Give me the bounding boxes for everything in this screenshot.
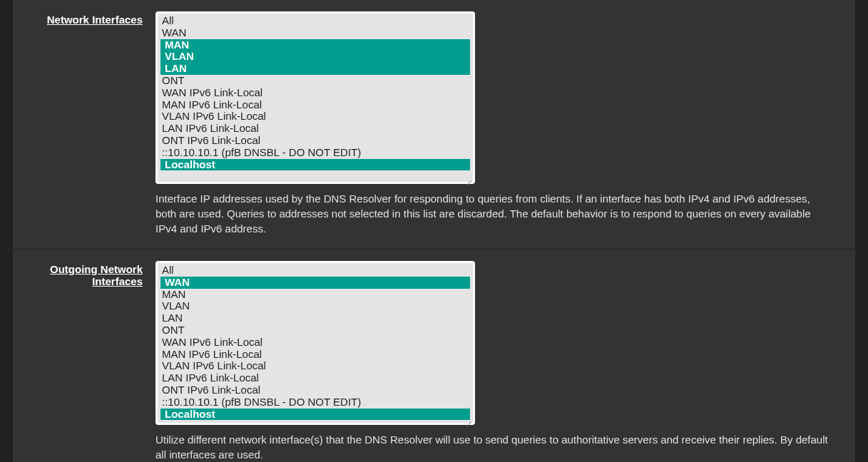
outgoing-interfaces-option[interactable]: WAN IPv6 Link-Local <box>158 337 473 349</box>
outgoing-interfaces-option[interactable]: MAN IPv6 Link-Local <box>158 349 473 361</box>
outgoing-interfaces-option[interactable]: MAN <box>158 289 473 301</box>
network-interfaces-option[interactable]: VLAN IPv6 Link-Local <box>158 111 473 123</box>
network-interfaces-option[interactable]: Localhost <box>160 159 470 171</box>
outgoing-interfaces-option[interactable]: WAN <box>160 277 470 289</box>
label-col: Outgoing Network Interfaces <box>20 261 155 462</box>
row-network-interfaces: Network Interfaces AllWANMANVLANLANONTWA… <box>13 0 855 250</box>
outgoing-interfaces-help: Utilize different network interface(s) t… <box>155 432 829 462</box>
input-col: AllWANMANVLANLANONTWAN IPv6 Link-LocalMA… <box>155 11 848 236</box>
network-interfaces-option[interactable]: All <box>158 15 473 27</box>
label-col: Network Interfaces <box>20 11 155 236</box>
outgoing-interfaces-option[interactable]: ONT IPv6 Link-Local <box>158 384 473 396</box>
outgoing-interfaces-option[interactable]: ::10.10.10.1 (pfB DNSBL - DO NOT EDIT) <box>158 396 473 409</box>
outgoing-interfaces-label-link[interactable]: Outgoing Network Interfaces <box>50 263 143 287</box>
network-interfaces-option[interactable]: ONT IPv6 Link-Local <box>158 135 473 147</box>
outgoing-interfaces-option[interactable]: Localhost <box>160 409 470 421</box>
outgoing-interfaces-option[interactable]: ONT <box>158 324 473 337</box>
outgoing-interfaces-option[interactable]: LAN <box>158 312 473 324</box>
network-interfaces-help: Interface IP addresses used by the DNS R… <box>155 191 829 236</box>
settings-panel: Network Interfaces AllWANMANVLANLANONTWA… <box>13 0 855 462</box>
network-interfaces-option[interactable]: VLAN <box>160 51 470 63</box>
input-col: AllWANMANVLANLANONTWAN IPv6 Link-LocalMA… <box>155 261 848 462</box>
network-interfaces-select[interactable]: AllWANMANVLANLANONTWAN IPv6 Link-LocalMA… <box>158 14 473 182</box>
outgoing-interfaces-option[interactable]: VLAN <box>158 300 473 312</box>
network-interfaces-label-link[interactable]: Network Interfaces <box>47 14 143 26</box>
outgoing-interfaces-select[interactable]: AllWANMANVLANLANONTWAN IPv6 Link-LocalMA… <box>158 263 473 423</box>
network-interfaces-option[interactable]: MAN IPv6 Link-Local <box>158 99 473 111</box>
network-interfaces-option[interactable]: ONT <box>158 75 473 87</box>
network-interfaces-option[interactable]: ::10.10.10.1 (pfB DNSBL - DO NOT EDIT) <box>158 147 473 159</box>
outgoing-interfaces-option[interactable]: All <box>158 265 473 277</box>
outgoing-interfaces-option[interactable]: LAN IPv6 Link-Local <box>158 372 473 384</box>
outgoing-interfaces-option[interactable]: VLAN IPv6 Link-Local <box>158 360 473 372</box>
network-interfaces-option[interactable]: WAN IPv6 Link-Local <box>158 87 473 99</box>
network-interfaces-option[interactable]: LAN IPv6 Link-Local <box>158 123 473 135</box>
network-interfaces-option[interactable]: MAN <box>160 39 470 51</box>
network-interfaces-option[interactable]: WAN <box>158 27 473 39</box>
row-outgoing-interfaces: Outgoing Network Interfaces AllWANMANVLA… <box>13 250 855 462</box>
outgoing-interfaces-select-wrap: AllWANMANVLANLANONTWAN IPv6 Link-LocalMA… <box>155 261 475 425</box>
network-interfaces-option[interactable]: LAN <box>160 63 470 75</box>
network-interfaces-select-wrap: AllWANMANVLANLANONTWAN IPv6 Link-LocalMA… <box>155 11 475 184</box>
